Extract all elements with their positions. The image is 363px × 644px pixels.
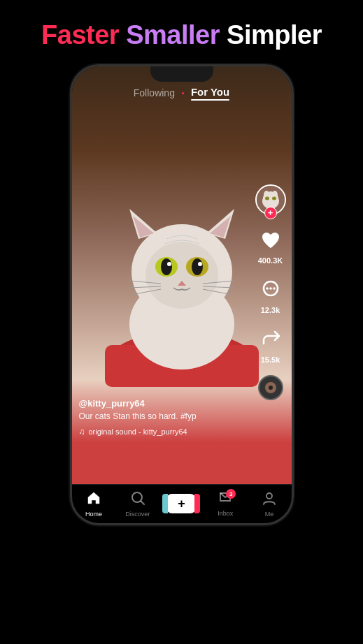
plus-icon: +	[178, 497, 185, 511]
svg-point-30	[266, 287, 269, 290]
bottom-nav: Home Discover +	[72, 484, 292, 523]
share-action[interactable]: 15.5k	[257, 325, 285, 364]
like-button[interactable]	[257, 226, 285, 254]
svg-point-11	[167, 262, 171, 266]
svg-point-27	[265, 196, 269, 200]
svg-point-35	[269, 386, 273, 390]
nav-me[interactable]: Me	[248, 490, 292, 518]
video-area[interactable]: Following For You	[72, 66, 292, 484]
nav-discover[interactable]: Discover	[115, 490, 159, 518]
comment-action[interactable]: 12.3k	[257, 276, 285, 314]
svg-point-38	[266, 493, 272, 499]
header-smaller: Smaller	[126, 20, 220, 50]
phone-screen: Following For You	[72, 66, 292, 523]
music-row[interactable]: ♫ original sound - kitty_purry64	[79, 427, 250, 437]
right-actions: + 400.3K	[255, 184, 286, 400]
discover-icon	[130, 490, 145, 509]
nav-for-you-container[interactable]: For You	[191, 86, 229, 101]
me-label: Me	[265, 511, 274, 518]
cat-illustration	[91, 163, 273, 387]
music-disc-icon	[261, 378, 280, 397]
comment-button[interactable]	[257, 276, 285, 304]
nav-inbox[interactable]: 3 Inbox	[204, 490, 248, 517]
like-action[interactable]: 400.3K	[257, 226, 285, 265]
video-description: Our cats Stan this so hard. #fyp	[79, 411, 250, 423]
nav-following[interactable]: Following	[134, 87, 175, 98]
svg-line-37	[141, 501, 144, 504]
music-disc[interactable]	[258, 375, 283, 400]
share-button[interactable]	[257, 325, 285, 353]
share-icon	[259, 328, 282, 351]
like-count: 400.3K	[258, 256, 283, 265]
heart-icon	[259, 229, 282, 251]
inbox-label: Inbox	[218, 510, 233, 517]
header-title: Faster Smaller Simpler	[41, 20, 322, 52]
nav-for-you[interactable]: For You	[191, 86, 229, 98]
nav-create[interactable]: +	[159, 494, 204, 513]
home-icon	[86, 490, 101, 509]
music-text: original sound - kitty_purry64	[89, 427, 187, 436]
creator-avatar-container[interactable]: +	[255, 184, 286, 215]
inbox-badge-count: 3	[226, 489, 236, 499]
nav-divider-dot	[182, 92, 184, 94]
comment-icon	[259, 279, 282, 301]
phone-frame: Following For You	[70, 64, 294, 525]
discover-label: Discover	[125, 511, 150, 518]
create-button[interactable]: +	[166, 494, 196, 513]
phone-wrapper: Following For You	[70, 64, 294, 525]
home-label: Home	[85, 511, 102, 518]
svg-point-32	[273, 287, 276, 290]
nav-for-you-underline	[191, 99, 229, 101]
creator-username[interactable]: @kitty_purry64	[79, 398, 250, 409]
comment-count: 12.3k	[261, 306, 280, 314]
nav-home[interactable]: Home	[72, 490, 116, 518]
svg-point-10	[161, 258, 172, 275]
inbox-icon-container: 3	[218, 490, 233, 508]
share-count: 15.5k	[261, 356, 280, 364]
music-note-icon: ♫	[79, 427, 85, 437]
follow-plus-button[interactable]: +	[264, 207, 277, 219]
svg-point-8	[145, 242, 218, 309]
svg-point-28	[272, 196, 276, 200]
svg-point-31	[269, 287, 272, 290]
svg-point-13	[192, 258, 203, 275]
svg-point-14	[198, 262, 202, 266]
header-simpler: Simpler	[227, 20, 322, 50]
header-faster: Faster	[41, 20, 119, 50]
me-icon	[262, 490, 277, 509]
top-nav: Following For You	[72, 86, 292, 101]
video-info: @kitty_purry64 Our cats Stan this so har…	[79, 398, 250, 437]
phone-notch	[150, 66, 213, 82]
